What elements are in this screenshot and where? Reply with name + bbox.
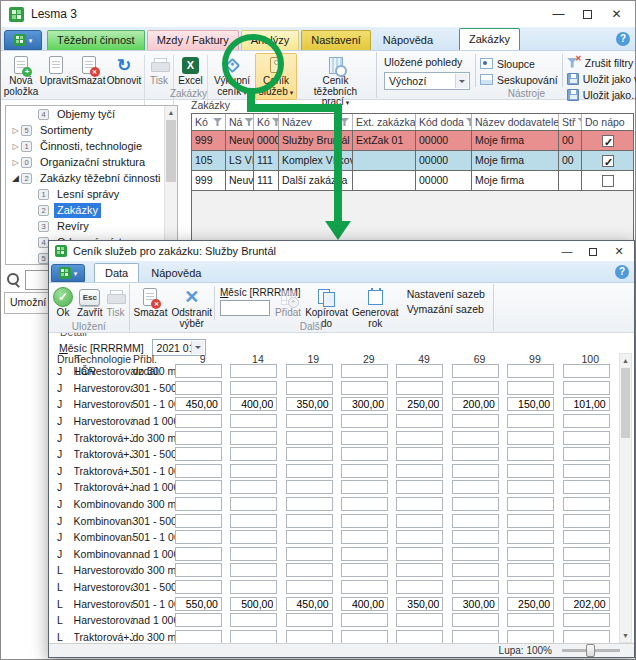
rate-input[interactable]: [396, 364, 443, 378]
sidebar-item-organizacni-struktura[interactable]: ▷0Organizační struktura: [6, 154, 177, 170]
rate-input[interactable]: [286, 414, 333, 428]
rate-input[interactable]: [175, 414, 222, 428]
rate-input[interactable]: [507, 414, 554, 428]
app-menu-button[interactable]: ▾: [51, 264, 85, 282]
rate-input[interactable]: [175, 613, 222, 627]
rate-input[interactable]: [341, 547, 388, 561]
column-header-ko[interactable]: Kó: [192, 114, 226, 130]
column-header-ext-zakazka[interactable]: Ext. zakázka: [353, 114, 416, 130]
column-header-ko[interactable]: Kó: [254, 114, 279, 130]
rate-input[interactable]: [341, 431, 388, 445]
rate-input[interactable]: [396, 447, 443, 461]
tab-mzdy-faktury[interactable]: Mzdy / Faktury: [147, 30, 239, 50]
tab-data[interactable]: Data: [94, 263, 139, 282]
rate-input[interactable]: [175, 563, 222, 577]
rate-input[interactable]: [286, 580, 333, 594]
tab-napoveda[interactable]: Nápověda: [373, 30, 443, 50]
zoom-slider-thumb[interactable]: [586, 644, 595, 657]
rate-input[interactable]: [507, 364, 554, 378]
rate-input[interactable]: [286, 497, 333, 511]
rate-input[interactable]: [175, 480, 222, 494]
rate-input[interactable]: [507, 464, 554, 478]
sidebar-item-zakazky[interactable]: 2Zakázky: [6, 202, 177, 218]
app-menu-button[interactable]: ▾: [4, 30, 42, 50]
rate-input[interactable]: [341, 464, 388, 478]
rate-input[interactable]: [396, 563, 443, 577]
rate-input[interactable]: [286, 397, 333, 411]
rate-input[interactable]: [230, 397, 277, 411]
rate-input[interactable]: [396, 613, 443, 627]
tab-analyzy[interactable]: Analýzy: [241, 30, 300, 50]
filter-icon[interactable]: [213, 118, 222, 126]
tab-napoveda[interactable]: Nápověda: [140, 263, 212, 282]
ok-button[interactable]: ✓Ok: [51, 285, 75, 321]
rate-input[interactable]: [507, 431, 554, 445]
maximize-icon[interactable]: [580, 241, 606, 261]
expander-collapsed-icon[interactable]: ▷: [10, 158, 21, 167]
filter-icon[interactable]: [340, 118, 349, 126]
rate-input[interactable]: [230, 464, 277, 478]
rate-input[interactable]: [396, 547, 443, 561]
rate-input[interactable]: [230, 547, 277, 561]
zrusit-filtry-button[interactable]: Zrušit filtry: [567, 56, 636, 69]
column-header-nazev-dodavatele[interactable]: Název dodavatele: [472, 114, 559, 130]
rate-input[interactable]: [563, 597, 610, 611]
rate-input[interactable]: [286, 480, 333, 494]
rate-input[interactable]: [563, 364, 610, 378]
rate-input[interactable]: [341, 563, 388, 577]
rate-input[interactable]: [452, 364, 499, 378]
rate-input[interactable]: [396, 464, 443, 478]
minimize-icon[interactable]: —: [544, 1, 573, 27]
sidebar-item-cinnosti-technologie[interactable]: ▷1Činnosti, technologie: [6, 138, 177, 154]
rate-input[interactable]: [341, 414, 388, 428]
rate-input[interactable]: [286, 514, 333, 528]
rate-input[interactable]: [396, 597, 443, 611]
rate-input[interactable]: [507, 480, 554, 494]
rate-input[interactable]: [396, 431, 443, 445]
maximize-icon[interactable]: [573, 1, 602, 27]
rate-input[interactable]: [396, 530, 443, 544]
rate-input[interactable]: [341, 530, 388, 544]
rate-input[interactable]: [396, 580, 443, 594]
row-checkbox[interactable]: [602, 175, 614, 187]
sloupce-button[interactable]: Sloupce: [480, 57, 558, 70]
rate-input[interactable]: [175, 530, 222, 544]
vymazani-sazeb-button[interactable]: Vymazání sazeb: [407, 303, 485, 316]
tab-nastaveni[interactable]: Nastavení: [301, 30, 371, 50]
rate-input[interactable]: [452, 514, 499, 528]
rate-input[interactable]: [341, 397, 388, 411]
rate-input[interactable]: [507, 630, 554, 643]
rate-input[interactable]: [563, 630, 610, 643]
rate-input[interactable]: [341, 497, 388, 511]
rate-input[interactable]: [230, 431, 277, 445]
rate-input[interactable]: [396, 397, 443, 411]
rate-input[interactable]: [230, 613, 277, 627]
rate-input[interactable]: [286, 547, 333, 561]
rate-input[interactable]: [563, 381, 610, 395]
sidebar-item-sortimenty[interactable]: ▷5Sortimenty: [6, 122, 177, 138]
rate-input[interactable]: [175, 397, 222, 411]
rate-input[interactable]: [563, 547, 610, 561]
rate-input[interactable]: [230, 563, 277, 577]
rate-input[interactable]: [563, 397, 610, 411]
rate-input[interactable]: [230, 597, 277, 611]
rate-input[interactable]: [341, 580, 388, 594]
rate-input[interactable]: [507, 381, 554, 395]
nastaveni-sazeb-button[interactable]: Nastavení sazeb: [407, 288, 485, 301]
zoom-slider[interactable]: [562, 649, 620, 652]
rate-input[interactable]: [507, 514, 554, 528]
rate-input[interactable]: [452, 397, 499, 411]
rate-input[interactable]: [507, 580, 554, 594]
scrollbar-thumb[interactable]: [166, 120, 176, 182]
rate-input[interactable]: [452, 597, 499, 611]
scroll-down-icon[interactable]: ▼: [620, 629, 631, 642]
rate-input[interactable]: [175, 381, 222, 395]
rate-input[interactable]: [230, 530, 277, 544]
expander-collapsed-icon[interactable]: ▷: [10, 142, 21, 151]
rate-input[interactable]: [230, 364, 277, 378]
rate-input[interactable]: [341, 381, 388, 395]
rate-input[interactable]: [230, 497, 277, 511]
rate-input[interactable]: [230, 630, 277, 643]
rate-input[interactable]: [286, 613, 333, 627]
zavrit-button[interactable]: EscZavřít: [75, 285, 105, 321]
